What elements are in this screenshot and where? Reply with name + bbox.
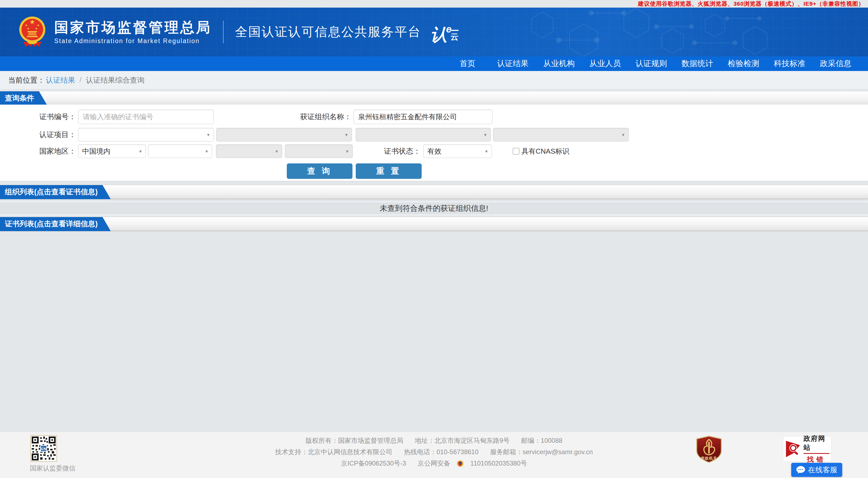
project-select-level1[interactable]: ▼	[78, 128, 214, 141]
svg-text:★: ★	[29, 18, 35, 26]
nav-item-data-statistics[interactable]: 数据统计	[674, 58, 720, 69]
party-gov-badge[interactable]: 党政机关	[695, 436, 723, 463]
svg-text:★: ★	[27, 27, 30, 30]
breadcrumb-separator: /	[80, 76, 82, 84]
footer-email: 服务邮箱：servicerjw@samr.gov.cn	[490, 448, 593, 455]
cert-no-input[interactable]	[78, 109, 214, 124]
footer-line1: 版权所有：国家市场监督管理总局 地址：北京市海淀区马甸东路9号 邮编：10008…	[0, 436, 868, 445]
header-brand: ★ ★ ★ ★ ★ 国家市场监督管理总局 State Administratio…	[18, 8, 461, 56]
svg-text:★: ★	[25, 24, 28, 27]
nav-item-home[interactable]: 首页	[452, 58, 483, 69]
region-label: 国家地区：	[0, 144, 76, 158]
browser-notice-bar: 建议使用谷歌浏览器、火狐浏览器、360浏览器（极速模式）、IE9+（非兼容性视图…	[0, 0, 868, 8]
org-name-label: 获证组织名称：	[217, 109, 351, 124]
cert-list-section-bar: 证书列表(点击查看详细信息)	[0, 217, 868, 231]
nav-item-cert-results[interactable]: 认证结果	[490, 58, 536, 69]
org-name-en: State Administration for Market Regulati…	[54, 37, 212, 45]
chat-bubble-icon	[796, 466, 805, 474]
gov-badge-line1: 政府网站	[803, 434, 830, 452]
footer-copyright: 版权所有：国家市场监督管理总局	[306, 437, 403, 444]
ren-e-yun-logo-yun: 云	[451, 30, 459, 42]
gov-badge-text: 政府网站 找错	[803, 434, 830, 464]
footer-support: 技术支持：北京中认网信息技术有限公司	[275, 448, 392, 455]
chevron-down-icon: ▼	[275, 145, 279, 158]
online-service-label: 在线客服	[808, 465, 837, 475]
empty-result-band: 未查到符合条件的获证组织信息!	[0, 202, 868, 215]
cert-status-label: 证书状态：	[353, 144, 421, 158]
ren-e-yun-logo: 认 e 云	[430, 20, 461, 44]
cert-list-section-tab: 证书列表(点击查看详细信息)	[0, 217, 111, 231]
org-title-block: 国家市场监督管理总局 State Administration for Mark…	[54, 20, 212, 45]
main-nav: 首页 认证结果 从业机构 从业人员 认证规则 数据统计 检验检测 科技标准 政采…	[0, 56, 868, 71]
chevron-down-icon: ▼	[484, 145, 488, 158]
nav-item-practitioners[interactable]: 从业人员	[582, 58, 628, 69]
query-section-tab: 查询条件	[0, 91, 47, 105]
nav-item-cert-rules[interactable]: 认证规则	[628, 58, 674, 69]
project-label: 认证项目：	[0, 128, 76, 141]
site-header: ★ ★ ★ ★ ★ 国家市场监督管理总局 State Administratio…	[0, 8, 868, 56]
search-button[interactable]: 查 询	[287, 163, 352, 179]
chevron-down-icon: ▼	[345, 145, 349, 158]
cert-status-select[interactable]: 有效▼	[423, 144, 492, 158]
header-divider	[223, 21, 224, 43]
project-select-level4: ▼	[493, 128, 629, 141]
cert-status-value: 有效	[427, 147, 441, 155]
chevron-down-icon: ▼	[205, 145, 209, 158]
breadcrumb-current: 认证结果综合查询	[86, 75, 145, 85]
chevron-down-icon: ▼	[621, 128, 625, 142]
chevron-down-icon: ▼	[483, 128, 487, 142]
gov-badge-divider	[803, 453, 830, 454]
footer-line3: 京ICP备09062530号-3 京公网安备11010502035380号	[0, 459, 868, 468]
nav-item-institutions[interactable]: 从业机构	[536, 58, 582, 69]
cert-no-label: 证书编号：	[0, 109, 76, 124]
platform-title: 全国认证认可信息公共服务平台	[235, 24, 421, 40]
footer-police-no-link[interactable]: 11010502035380号	[470, 459, 527, 467]
svg-text:★: ★	[37, 24, 40, 27]
footer-hotline: 热线电话：010-56738610	[404, 448, 478, 455]
chevron-down-icon: ▼	[138, 145, 143, 158]
gov-site-error-badge[interactable]: 政府网站 找错	[783, 436, 831, 462]
breadcrumb: 当前位置： 认证结果 / 认证结果综合查询	[0, 71, 868, 90]
org-name-input[interactable]	[353, 109, 493, 124]
query-section-bar: 查询条件	[0, 91, 868, 105]
cnas-checkbox-label: 具有CNAS标识	[522, 146, 569, 156]
footer: CN 国家认监委微信 版权所有：国家市场监督管理总局 地址：北京市海淀区马甸东路…	[0, 432, 868, 478]
cnas-checkbox-group: 具有CNAS标识	[513, 144, 569, 158]
nav-item-inspection[interactable]: 检验检测	[720, 58, 767, 69]
org-name-cn: 国家市场监督管理总局	[54, 20, 212, 35]
org-list-section-bar: 组织列表(点击查看证书信息)	[0, 185, 868, 199]
reset-button[interactable]: 重 置	[356, 163, 422, 179]
svg-text:★: ★	[35, 27, 38, 30]
national-emblem-logo: ★ ★ ★ ★ ★	[18, 15, 47, 48]
ren-e-yun-logo-ren: 认	[430, 25, 447, 44]
org-list-section-tab: 组织列表(点击查看证书信息)	[0, 185, 111, 199]
hexagon-decoration	[417, 8, 798, 56]
breadcrumb-label: 当前位置：	[8, 75, 45, 85]
nav-item-tech-standards[interactable]: 科技标准	[767, 58, 813, 69]
cnas-checkbox[interactable]	[513, 148, 519, 155]
chevron-down-icon: ▼	[206, 128, 210, 142]
svg-text:党政机关: 党政机关	[701, 456, 717, 460]
nav-item-procurement-info[interactable]: 政采信息	[813, 58, 859, 69]
project-select-level2: ▼	[216, 128, 352, 141]
browser-notice-text: 建议使用谷歌浏览器、火狐浏览器、360浏览器（极速模式）、IE9+（非兼容性视图…	[638, 0, 864, 8]
online-service-button[interactable]: 在线客服	[791, 463, 842, 477]
chevron-down-icon: ▼	[344, 128, 348, 142]
region-select-value: 中国境内	[82, 147, 111, 155]
page-root: 建议使用谷歌浏览器、火狐浏览器、360浏览器（极速模式）、IE9+（非兼容性视图…	[0, 0, 868, 478]
footer-postcode: 邮编：100088	[521, 437, 562, 444]
error-finder-magnifier-icon	[785, 438, 802, 460]
footer-icp-link[interactable]: 京ICP备09062530号-3	[341, 459, 406, 467]
footer-line2: 技术支持：北京中认网信息技术有限公司 热线电话：010-56738610 服务邮…	[0, 448, 868, 456]
police-badge-icon	[457, 460, 464, 467]
region-select-country[interactable]: 中国境内▼	[78, 144, 146, 158]
project-select-level3: ▼	[356, 128, 491, 141]
region-select-city: ▼	[216, 144, 282, 158]
empty-result-message: 未查到符合条件的获证组织信息!	[380, 203, 488, 213]
footer-police-prefix: 京公网安备	[417, 459, 450, 467]
region-select-district: ▼	[285, 144, 353, 158]
region-select-province[interactable]: ▼	[148, 144, 212, 158]
query-form-panel: 证书编号： 获证组织名称： 认证项目： ▼ ▼ ▼ ▼ 国家地区： 中国境内▼ …	[0, 105, 868, 181]
breadcrumb-link-cert-results[interactable]: 认证结果	[46, 75, 75, 85]
footer-address: 地址：北京市海淀区马甸东路9号	[415, 437, 509, 444]
